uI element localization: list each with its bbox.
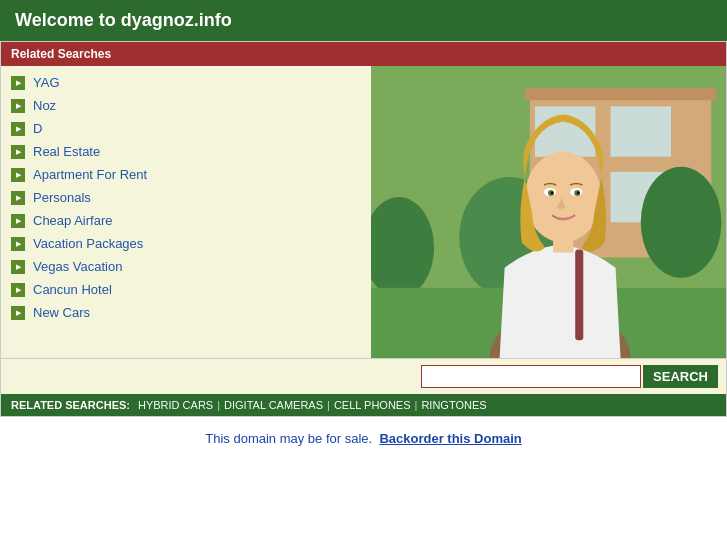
- svg-point-14: [525, 152, 602, 243]
- link-item-apartment-for-rent[interactable]: Apartment For Rent: [1, 163, 371, 186]
- link-text: Apartment For Rent: [33, 167, 147, 182]
- link-item-yag[interactable]: YAG: [1, 71, 371, 94]
- separator: |: [217, 399, 220, 411]
- arrow-icon: [11, 99, 25, 113]
- search-button[interactable]: SEARCH: [643, 365, 718, 388]
- link-text: Vegas Vacation: [33, 259, 122, 274]
- svg-rect-6: [525, 88, 717, 100]
- link-item-new-cars[interactable]: New Cars: [1, 301, 371, 324]
- arrow-icon: [11, 191, 25, 205]
- bottom-link-hybrid-cars[interactable]: HYBRID CARS: [138, 399, 213, 411]
- link-item-cheap-airfare[interactable]: Cheap Airfare: [1, 209, 371, 232]
- link-text: Cheap Airfare: [33, 213, 113, 228]
- separator: |: [415, 399, 418, 411]
- link-item-vacation-packages[interactable]: Vacation Packages: [1, 232, 371, 255]
- svg-point-7: [641, 167, 722, 278]
- header-title: Welcome to dyagnoz.info: [15, 10, 232, 30]
- page-header: Welcome to dyagnoz.info: [0, 0, 727, 41]
- arrow-icon: [11, 306, 25, 320]
- link-item-vegas-vacation[interactable]: Vegas Vacation: [1, 255, 371, 278]
- link-item-noz[interactable]: Noz: [1, 94, 371, 117]
- svg-point-19: [551, 192, 554, 195]
- backorder-link[interactable]: Backorder this Domain: [379, 431, 521, 446]
- link-item-cancun-hotel[interactable]: Cancun Hotel: [1, 278, 371, 301]
- bottom-link-digital-cameras[interactable]: DIGITAL CAMERAS: [224, 399, 323, 411]
- link-item-personals[interactable]: Personals: [1, 186, 371, 209]
- bottom-related-bar: RELATED SEARCHES: HYBRID CARS | DIGITAL …: [1, 394, 726, 416]
- bottom-link-cell-phones[interactable]: CELL PHONES: [334, 399, 411, 411]
- link-text: Personals: [33, 190, 91, 205]
- link-text: YAG: [33, 75, 60, 90]
- related-searches-bar: Related Searches: [1, 42, 726, 66]
- link-item-real-estate[interactable]: Real Estate: [1, 140, 371, 163]
- arrow-icon: [11, 260, 25, 274]
- footer-text: This domain may be for sale.: [205, 431, 372, 446]
- link-text: D: [33, 121, 42, 136]
- arrow-icon: [11, 283, 25, 297]
- links-panel: YAGNozDReal EstateApartment For RentPers…: [1, 66, 371, 358]
- bottom-bar-label: RELATED SEARCHES:: [11, 399, 130, 411]
- arrow-icon: [11, 145, 25, 159]
- arrow-icon: [11, 237, 25, 251]
- content-area: YAGNozDReal EstateApartment For RentPers…: [1, 66, 726, 358]
- separator: |: [327, 399, 330, 411]
- search-row: SEARCH: [1, 358, 726, 394]
- footer: This domain may be for sale. Backorder t…: [0, 417, 727, 456]
- link-text: New Cars: [33, 305, 90, 320]
- related-searches-label: Related Searches: [11, 47, 111, 61]
- link-text: Cancun Hotel: [33, 282, 112, 297]
- arrow-icon: [11, 214, 25, 228]
- image-panel: [371, 66, 726, 358]
- bottom-link-ringtones[interactable]: RINGTONES: [421, 399, 486, 411]
- arrow-icon: [11, 122, 25, 136]
- main-container: Related Searches YAGNozDReal EstateApart…: [0, 41, 727, 417]
- svg-rect-12: [575, 249, 583, 340]
- link-item-d[interactable]: D: [1, 117, 371, 140]
- arrow-icon: [11, 168, 25, 182]
- arrow-icon: [11, 76, 25, 90]
- search-input[interactable]: [421, 365, 641, 388]
- svg-point-20: [577, 192, 580, 195]
- link-text: Vacation Packages: [33, 236, 143, 251]
- link-text: Noz: [33, 98, 56, 113]
- link-text: Real Estate: [33, 144, 100, 159]
- svg-rect-3: [611, 106, 671, 156]
